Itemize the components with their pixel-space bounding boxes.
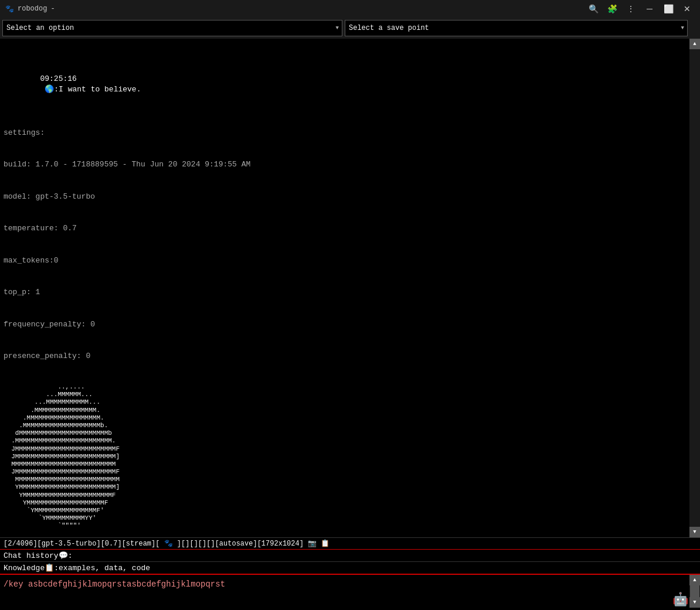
scroll-up-button[interactable]: ▲: [689, 39, 700, 49]
ascii-art: ..,.... ...MMMMMM... ...MMMMMMMMMMM... .…: [4, 383, 686, 530]
titlebar-left: 🐾 robodog -: [5, 4, 55, 13]
status-bar: [2/4096][gpt-3.5-turbo][0.7][stream][ 🐾 …: [0, 537, 700, 549]
knowledge-value: examples, data, code: [59, 564, 150, 572]
titlebar: 🐾 robodog - 🔍 🧩 ⋮ ─ ⬜ ✕: [0, 0, 700, 18]
savepoint-select[interactable]: Select a save point: [345, 20, 688, 36]
savepoint-select-wrapper: Select a save point: [345, 20, 688, 36]
chat-history-bar: Chat history 💬 :: [0, 549, 700, 561]
temperature-line: temperature: 0.7: [4, 223, 686, 234]
frequency-penalty-line: frequency_penalty: 0: [4, 319, 686, 330]
extensions-button[interactable]: 🧩: [604, 3, 620, 15]
presence-penalty-line: presence_penalty: 0: [4, 351, 686, 362]
output-scrollbar: ▲ ▼: [689, 39, 700, 537]
scroll-down-button[interactable]: ▼: [689, 527, 700, 537]
input-scroll-thumb: [690, 585, 699, 597]
option-select-wrapper: Select an option: [2, 20, 342, 36]
knowledge-separator: :: [54, 564, 59, 572]
chat-history-emoji: 💬: [59, 551, 68, 560]
menu-button[interactable]: ⋮: [623, 3, 639, 15]
build-line: build: 1.7.0 - 1718889595 - Thu Jun 20 2…: [4, 159, 686, 170]
option-select[interactable]: Select an option: [2, 20, 342, 36]
titlebar-controls: 🔍 🧩 ⋮ ─ ⬜ ✕: [585, 3, 695, 15]
scrollbar-track[interactable]: [689, 49, 700, 527]
main-content: 09:25:16 🌎:I want to believe. settings: …: [0, 39, 700, 610]
input-area: /key asbcdefghijklmopqrstasbcdefghijklmo…: [0, 574, 700, 610]
close-button[interactable]: ✕: [679, 3, 695, 15]
chat-history-label: Chat history: [4, 551, 59, 560]
model-line: model: gpt-3.5-turbo: [4, 192, 686, 202]
console-output[interactable]: 09:25:16 🌎:I want to believe. settings: …: [0, 39, 689, 537]
user-message-line: 09:25:16 🌎:I want to believe.: [4, 63, 686, 105]
input-scrollbar: ▲ ▼: [689, 575, 700, 608]
max-tokens-line: max_tokens:0: [4, 255, 686, 266]
input-scroll-down[interactable]: ▼: [689, 597, 700, 608]
minimize-button[interactable]: ─: [641, 3, 658, 15]
top-p-line: top_p: 1: [4, 287, 686, 298]
output-scroll-container: 09:25:16 🌎:I want to believe. settings: …: [0, 39, 700, 537]
user-emoji: 🌎: [40, 85, 54, 94]
knowledge-emoji: 📋: [45, 563, 54, 572]
status-text: [2/4096][gpt-3.5-turbo][0.7][stream][ 🐾 …: [4, 539, 329, 548]
app-title: robodog: [18, 5, 47, 13]
titlebar-separator: -: [50, 5, 55, 13]
input-scroll-track: [689, 585, 700, 597]
maximize-button[interactable]: ⬜: [660, 3, 677, 15]
search-button[interactable]: 🔍: [585, 3, 602, 15]
app-icon: 🐾: [5, 4, 14, 13]
knowledge-label: Knowledge: [4, 564, 45, 572]
knowledge-bar: Knowledge 📋 : examples, data, code: [0, 561, 700, 574]
user-message: :I want to believe.: [54, 85, 141, 94]
timestamp1: 09:25:16: [40, 74, 76, 83]
settings-label: settings:: [4, 128, 686, 138]
command-input[interactable]: /key asbcdefghijklmopqrstasbcdefghijklmo…: [0, 575, 689, 610]
input-scroll-up[interactable]: ▲: [689, 575, 700, 585]
chat-history-separator: :: [68, 551, 73, 560]
robot-avatar: 🤖: [672, 592, 688, 608]
toolbar: Select an option Select a save point: [0, 18, 700, 39]
